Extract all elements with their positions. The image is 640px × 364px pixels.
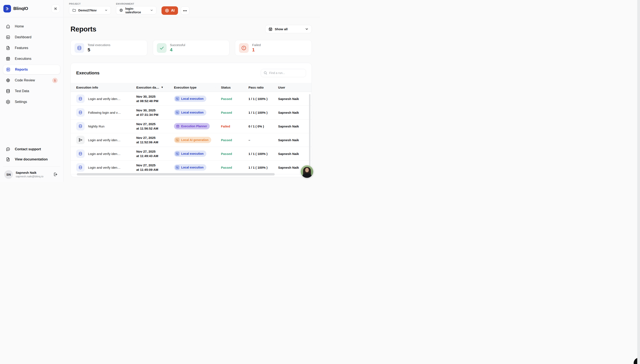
terminal-icon xyxy=(175,110,179,114)
table-row[interactable]: Following login and v… Nov 30, 2025 at 0… xyxy=(71,106,312,120)
page-title: Reports xyxy=(71,25,96,33)
chevron-down-icon xyxy=(305,27,309,31)
date-filter-select[interactable]: Show all xyxy=(265,25,312,33)
ellipsis-icon: ••• xyxy=(183,9,187,12)
ai-record-button[interactable]: AI xyxy=(161,6,178,15)
column-execution-date[interactable]: Execution da…▼ xyxy=(131,86,168,89)
execution-type-badge: Local execution xyxy=(174,96,206,102)
table-row[interactable]: Login and verify iden… Nov 27, 2025 at 1… xyxy=(71,161,312,174)
more-options-button[interactable]: ••• xyxy=(181,6,189,15)
environment-select[interactable]: login-salesforce xyxy=(116,6,156,14)
stat-texts: Successful 4 xyxy=(170,43,185,53)
status-badge: Passed xyxy=(216,138,243,142)
execution-type-badge: Local execution xyxy=(174,164,206,170)
executions-panel: Executions Execution info Execution da…▼… xyxy=(71,63,312,177)
page-head: Reports Show all xyxy=(71,25,312,33)
pass-ratio: 1 / 1 ( 100% ) xyxy=(243,152,273,156)
user-meta: Sapnesh Naik sapnesh.naik@blinq.io xyxy=(16,171,43,178)
stat-successful: Successful 4 xyxy=(153,40,230,56)
database-icon xyxy=(6,89,10,94)
project-field: PROJECT Demo27Nov xyxy=(69,2,111,14)
search-run-input[interactable] xyxy=(269,71,299,74)
blinqio-logo-icon xyxy=(5,6,10,11)
row-user: Sapnesh Naik xyxy=(273,97,312,100)
execution-date: Nov 27, 2025 at 11:56:52 AM xyxy=(131,122,168,131)
table-row[interactable]: Nightly Run Nov 27, 2025 at 11:56:52 AM … xyxy=(71,120,312,133)
sidebar-item-settings[interactable]: Settings xyxy=(3,97,60,107)
app-window: BlinqIO Home Dashboard xyxy=(0,0,320,182)
content: Reports Show all Tot xyxy=(64,17,320,182)
stat-total-executions: Total executions 5 xyxy=(71,40,147,56)
calendar-icon xyxy=(6,56,10,61)
executions-panel-head: Executions xyxy=(71,63,312,83)
table-row[interactable]: Login and verify iden… Nov 30, 2025 at 0… xyxy=(71,92,312,106)
contact-support-link[interactable]: Contact support xyxy=(3,144,60,154)
logout-icon xyxy=(53,172,58,176)
view-documentation-link[interactable]: View documentation xyxy=(3,154,60,164)
pass-ratio: – xyxy=(243,138,273,142)
view-documentation-label: View documentation xyxy=(15,158,48,161)
table-row[interactable]: Login and verify iden… Nov 27, 2025 at 1… xyxy=(71,147,312,161)
sidebar-collapse-button[interactable] xyxy=(51,4,60,13)
table-header: Execution info Execution da…▼ Execution … xyxy=(71,83,312,92)
brand-name: BlinqIO xyxy=(13,6,28,11)
pass-ratio: 1 / 1 ( 100% ) xyxy=(243,111,273,114)
main-area: PROJECT Demo27Nov ENVIRONMENT xyxy=(64,0,320,182)
stat-value: 4 xyxy=(170,47,185,53)
user-email: sapnesh.naik@blinq.io xyxy=(16,175,43,178)
contact-support-label: Contact support xyxy=(15,147,41,151)
date-filter-value: Show all xyxy=(275,27,288,31)
column-status[interactable]: Status xyxy=(216,86,243,89)
check-icon xyxy=(157,43,166,53)
record-icon xyxy=(165,8,169,13)
sidebar-item-test-data[interactable]: Test Data xyxy=(3,86,60,96)
sidebar-item-reports[interactable]: Reports xyxy=(3,65,60,74)
alert-circle-icon xyxy=(239,43,249,53)
sidebar-item-executions[interactable]: Executions xyxy=(3,54,60,64)
code-icon xyxy=(76,94,85,103)
chat-bubble-icon xyxy=(6,147,10,152)
code-icon xyxy=(76,150,85,158)
sidebar-item-features[interactable]: Features xyxy=(3,43,60,53)
column-user[interactable]: User xyxy=(273,86,312,89)
sidebar-header: BlinqIO xyxy=(0,0,63,17)
search-run-box[interactable] xyxy=(261,69,306,77)
status-badge: Passed xyxy=(216,152,243,156)
chevron-down-icon xyxy=(105,9,108,12)
table-body: Login and verify iden… Nov 30, 2025 at 0… xyxy=(71,92,312,175)
column-execution-info[interactable]: Execution info xyxy=(71,86,131,89)
user-profile[interactable]: SN Sapnesh Naik sapnesh.naik@blinq.io xyxy=(3,167,60,182)
sidebar-footer: Contact support View documentation SN Sa… xyxy=(0,144,63,182)
column-pass-ratio[interactable]: Pass ratio xyxy=(243,86,273,89)
gear-icon xyxy=(6,100,10,104)
column-execution-type[interactable]: Execution type xyxy=(168,86,216,89)
sidebar-item-dashboard[interactable]: Dashboard xyxy=(3,32,60,42)
assistant-avatar-photo[interactable] xyxy=(301,165,313,178)
status-badge: Passed xyxy=(216,166,243,169)
code-review-count-badge: 1 xyxy=(52,78,58,83)
pass-ratio: 0 / 1 ( 0% ) xyxy=(243,124,273,128)
report-list-icon xyxy=(6,67,11,72)
calendar-icon xyxy=(176,124,179,128)
terminal-icon xyxy=(175,152,179,156)
logout-button[interactable] xyxy=(52,171,59,178)
sidebar-nav: Home Dashboard Features Executions xyxy=(0,17,63,108)
sidebar-item-label: Settings xyxy=(15,100,27,104)
execution-type-badge: Local AI generation xyxy=(174,137,211,143)
sidebar-item-home[interactable]: Home xyxy=(3,22,60,31)
execution-date: Nov 27, 2025 at 11:52:06 AM xyxy=(131,136,168,144)
table-vertical-scrollbar[interactable] xyxy=(309,94,310,170)
execution-name: Login and verify iden… xyxy=(88,138,120,142)
execution-date: Nov 30, 2025 at 07:31:34 PM xyxy=(131,108,168,117)
project-select[interactable]: Demo27Nov xyxy=(69,6,111,14)
stat-value: 5 xyxy=(88,47,110,53)
project-label: PROJECT xyxy=(69,2,111,5)
stat-label: Failed xyxy=(252,43,261,47)
stat-failed: Failed 1 xyxy=(235,40,312,56)
sidebar-item-code-review[interactable]: Code Review 1 xyxy=(3,76,60,85)
stat-texts: Failed 1 xyxy=(252,43,261,53)
table-horizontal-scrollbar[interactable] xyxy=(77,173,275,176)
stat-texts: Total executions 5 xyxy=(88,43,110,53)
table-row[interactable]: Login and verify iden… Nov 27, 2025 at 1… xyxy=(71,133,312,147)
globe-icon xyxy=(119,8,123,12)
